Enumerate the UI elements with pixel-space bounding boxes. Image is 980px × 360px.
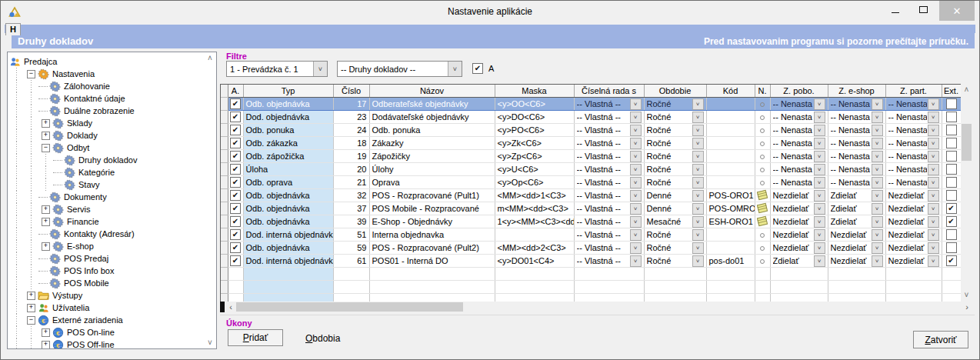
chevron-down-icon[interactable]: ˅ (692, 229, 704, 241)
cislo-cell[interactable]: 51 (333, 228, 369, 242)
active-checkbox[interactable] (230, 190, 241, 201)
obdobie-cell[interactable]: Ročné˅ (644, 176, 706, 189)
ext-cell[interactable] (942, 215, 961, 228)
ciselna-rada-cell[interactable]: -- Vlastná --˅ (574, 215, 644, 228)
tree-item[interactable]: +Financie (9, 215, 204, 228)
active-cell[interactable] (228, 255, 243, 268)
maska-cell[interactable]: 1<y><MM><C3><dd> (495, 215, 574, 228)
nazov-cell[interactable]: Interna objednavka (369, 228, 495, 242)
cislo-cell[interactable]: 21 (333, 176, 369, 189)
maska-cell[interactable]: <MM><dd>1<C3> (495, 189, 574, 202)
nazov-cell[interactable]: Zákazky (369, 137, 495, 150)
ext-checkbox[interactable] (946, 203, 957, 214)
ciselna-rada-cell[interactable]: -- Vlastná --˅ (574, 163, 644, 176)
chevron-down-icon[interactable]: ˅ (630, 242, 642, 254)
table-row[interactable]: Dod. interná objednávka51Interna objedna… (221, 228, 961, 242)
tree-item[interactable]: POS Predaj (9, 252, 204, 265)
obdobie-cell[interactable]: Mesačné˅ (644, 215, 706, 228)
z-pobo-cell[interactable]: Nezdielať˅ (770, 189, 828, 202)
active-checkbox[interactable] (230, 125, 241, 135)
chevron-down-icon[interactable]: ˅ (692, 242, 704, 254)
chevron-down-icon[interactable]: ˅ (630, 164, 642, 175)
ext-checkbox[interactable] (946, 164, 957, 175)
chevron-down-icon[interactable]: ˅ (630, 125, 642, 136)
chevron-down-icon[interactable]: ˅ (692, 203, 704, 215)
z-part-cell[interactable]: -- Nenasta˅ (885, 137, 942, 150)
typ-cell[interactable]: Dod. interná objednávka (243, 255, 333, 268)
tree-item[interactable]: +Servis (9, 203, 204, 215)
z-pobo-cell[interactable]: -- Nenasta˅ (770, 98, 828, 111)
z-eshop-cell[interactable]: Zdielať˅ (828, 215, 885, 228)
obdobie-cell[interactable]: Ročné˅ (644, 255, 706, 268)
chevron-down-icon[interactable]: ˅ (814, 164, 825, 175)
obdobie-cell[interactable]: Ročné˅ (644, 98, 706, 111)
close-dialog-button[interactable]: Zatvoriť (913, 331, 968, 348)
chevron-down-icon[interactable]: ˅ (630, 138, 642, 149)
kod-cell[interactable] (706, 137, 755, 150)
table-row[interactable]: Odb. zápožička19Zápožičky<y>Zp<C6>-- Vla… (221, 150, 961, 163)
vertical-scroll-thumb[interactable] (962, 124, 972, 161)
kod-cell[interactable]: pos-do01 (706, 255, 755, 268)
z-eshop-cell[interactable]: -- Nenasta˅ (828, 150, 885, 163)
z-eshop-cell[interactable]: Zdielať˅ (828, 202, 885, 215)
chevron-down-icon[interactable]: ˅ (692, 125, 704, 136)
chevron-down-icon[interactable]: ˅ (928, 177, 939, 188)
active-checkbox[interactable] (230, 164, 241, 175)
tree-item[interactable]: +Výstupy (9, 289, 204, 302)
nazov-cell[interactable]: Odberateľské objednávky (369, 98, 495, 111)
active-checkbox[interactable] (230, 216, 241, 227)
ext-checkbox[interactable] (946, 98, 957, 109)
ext-cell[interactable] (942, 242, 961, 255)
tree-item[interactable]: +POS Off-line (9, 338, 204, 349)
active-checkbox[interactable] (230, 255, 241, 266)
tree-scroll-up[interactable]: ˄ (205, 54, 215, 62)
tree-item[interactable]: +E-shop (9, 240, 204, 252)
tree-item[interactable]: +Doklady (9, 129, 204, 142)
chevron-down-icon[interactable]: ˅ (872, 255, 883, 267)
maska-cell[interactable]: <y>PO<C6> (495, 124, 574, 137)
z-part-cell[interactable]: Nezdielať˅ (885, 215, 942, 228)
ciselna-rada-cell[interactable]: -- Vlastná --˅ (574, 98, 644, 111)
table-row[interactable]: Odb. objednávka32POS - Rozpracované (Pul… (221, 189, 961, 202)
active-cell[interactable] (228, 189, 243, 202)
z-part-cell[interactable]: -- Nenasta˅ (885, 176, 942, 189)
kod-cell[interactable]: POS-ORO1 (706, 189, 755, 202)
chevron-down-icon[interactable]: ˅ (692, 138, 704, 149)
scroll-right-icon[interactable]: › (962, 302, 972, 312)
chevron-down-icon[interactable]: ˅ (692, 151, 704, 162)
ext-cell[interactable] (942, 163, 961, 176)
kod-cell[interactable]: POS-OMRO1 (706, 202, 755, 215)
doctype-filter-select[interactable]: -- Druhy dokladov -- ˅ (337, 61, 462, 77)
ext-cell[interactable] (942, 124, 961, 137)
row-selector[interactable] (221, 98, 228, 111)
note-cell[interactable] (755, 202, 770, 215)
table-row[interactable]: Odb. zákazka18Zákazky<y>Zk<C6>-- Vlastná… (221, 137, 961, 150)
active-cell[interactable] (228, 137, 243, 150)
tree-item[interactable]: +POS On-line (9, 326, 204, 338)
z-pobo-cell[interactable]: Nezdielať˅ (770, 242, 828, 255)
typ-cell[interactable]: Odb. zákazka (243, 137, 333, 150)
z-eshop-cell[interactable]: -- Nenasta˅ (828, 98, 885, 111)
chevron-down-icon[interactable]: ˅ (630, 203, 642, 215)
z-part-cell[interactable]: Nezdielať˅ (885, 242, 942, 255)
tree-item[interactable]: Predajca (9, 55, 204, 68)
active-cell[interactable] (228, 242, 243, 255)
z-eshop-cell[interactable]: Nezdielať˅ (828, 255, 885, 268)
cislo-cell[interactable]: 17 (333, 98, 369, 111)
tree-item[interactable]: +Užívatelia (9, 302, 204, 314)
active-cell[interactable] (228, 163, 243, 176)
chevron-down-icon[interactable]: ˅ (928, 98, 939, 110)
expand-icon[interactable]: + (42, 242, 50, 251)
expand-icon[interactable]: + (42, 205, 50, 214)
tree-item[interactable]: Kategórie (9, 166, 204, 178)
active-checkbox[interactable] (230, 177, 241, 188)
collapse-icon[interactable]: − (27, 70, 35, 78)
table-row[interactable]: Odb. objednávka59POS - Rozpracované (Pul… (221, 242, 961, 255)
z-pobo-cell[interactable]: Nezdielať˅ (770, 228, 828, 242)
ciselna-rada-cell[interactable]: -- Vlastná --˅ (574, 176, 644, 189)
tree-item[interactable]: −Externé zariadenia (9, 314, 204, 326)
tree-item[interactable]: +Sklady (9, 117, 204, 129)
nazov-cell[interactable]: E-Shop - Objednávky (369, 215, 495, 228)
z-part-cell[interactable]: Nezdielať˅ (885, 202, 942, 215)
horizontal-scroll-thumb[interactable] (236, 302, 463, 312)
